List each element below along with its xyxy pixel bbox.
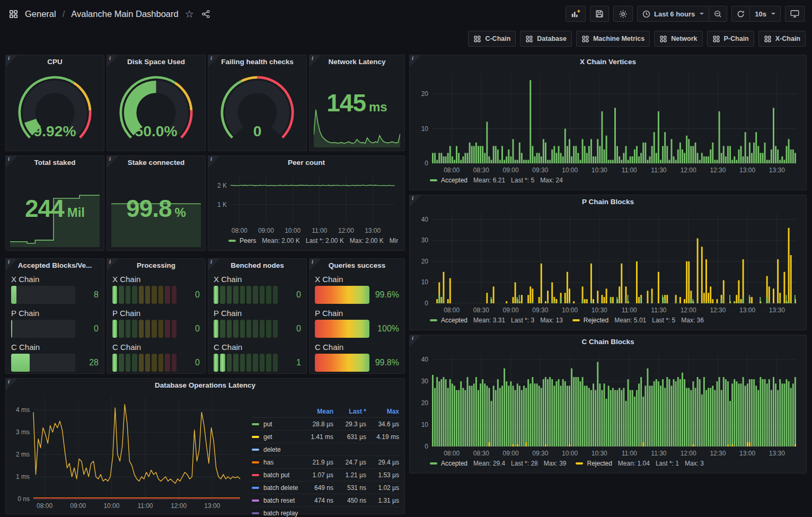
panel-title[interactable]: Total staked [6,156,104,170]
series-last: 24.7 µs [333,459,366,466]
panel-info-icon[interactable]: i [6,55,17,67]
series-name[interactable]: batch reset [263,497,295,504]
kiosk-mode-button[interactable] [785,6,805,22]
panel-title[interactable]: Peer count [208,156,404,170]
save-dashboard-button[interactable] [590,6,609,22]
panel-info-icon[interactable]: i [107,55,119,67]
svg-text:30: 30 [421,378,429,385]
series-name[interactable]: batch put [263,471,289,479]
panel-info-icon[interactable]: i [410,335,421,347]
series-swatch [252,449,259,451]
series-name[interactable]: has [263,459,273,466]
panel-title[interactable]: Database Operations Latency [6,379,404,392]
svg-text:4 ms: 4 ms [16,406,30,414]
svg-text:08:30: 08:30 [473,450,489,457]
gauge-segment [112,286,117,304]
series-name[interactable]: Rejected [584,317,608,324]
latency-sparkline[interactable] [314,107,400,147]
apps-grid-icon[interactable] [7,8,20,20]
panel-title[interactable]: Stake connected [107,156,205,170]
breadcrumb: General / Avalanche Main Dashboard ☆ [7,8,211,20]
panel-title[interactable]: Benched nodes [208,259,306,273]
panel-title[interactable]: Failing health checks [208,55,306,69]
panel-info-icon[interactable]: i [6,379,17,390]
legend-col-mean[interactable]: Mean [301,408,333,415]
series-max: 1.02 µs [366,484,399,492]
panel-info-icon[interactable]: i [208,55,220,67]
panel-title[interactable]: P Chain Blocks [410,195,806,209]
x-chain-vertices-chart[interactable]: 0102008:0008:3009:0009:3010:0010:3011:00… [414,69,802,175]
series-name[interactable]: delete [263,446,281,453]
svg-text:09:30: 09:30 [532,306,548,314]
gauge-segment [145,320,150,338]
gauge-segment [126,354,130,372]
panel-info-icon[interactable]: i [410,195,421,207]
panel-info-icon[interactable]: i [208,259,220,270]
svg-text:20: 20 [421,399,429,407]
svg-text:09:00: 09:00 [70,502,86,510]
series-name[interactable]: Accepted [441,177,467,184]
panel-title[interactable]: Processing [107,259,205,273]
series-stat: Max: 13 [540,317,563,324]
gauge-segment [126,286,130,304]
p-chain-blocks-chart[interactable]: 01020304008:0008:3009:0009:3010:0010:301… [414,209,802,315]
series-name[interactable]: Peers [240,237,256,244]
panel-info-icon[interactable]: i [310,259,321,270]
panel-info-icon[interactable]: i [107,156,119,168]
row-value: 28 [81,358,99,367]
panel-info-icon[interactable]: i [6,259,17,270]
panel-title[interactable]: Accepted Blocks/Ve... [6,259,104,273]
star-icon[interactable]: ☆ [184,8,195,20]
peer-count-chart[interactable]: 1 K2 K08:0009:0010:0011:0012:0013:00 [213,170,400,235]
breadcrumb-section[interactable]: General [25,9,56,19]
svg-text:08:00: 08:00 [444,167,460,174]
panel-title[interactable]: C Chain Blocks [410,335,806,349]
series-name[interactable]: Accepted [441,317,467,324]
dashboard-link-c-chain[interactable]: C-Chain [468,31,516,47]
legend-row: batch put1.07 µs1.21 µs1.53 µs [252,469,399,481]
disk-gauge-chart[interactable]: 50.0% [111,69,201,147]
legend-col-max[interactable]: Max [366,408,399,415]
series-name[interactable]: Rejected [587,460,612,467]
panel-title[interactable]: CPU [6,55,104,69]
panel-info-icon[interactable]: i [410,55,421,67]
db-latency-chart[interactable]: 0 ns1 ms2 ms3 ms4 ms08:0009:0010:0011:00… [10,392,245,511]
panel-info-icon[interactable]: i [6,156,17,168]
dashboard-link-database[interactable]: Database [520,31,572,47]
panel-title[interactable]: X Chain Vertices [410,55,806,69]
panel-info-icon[interactable]: i [208,156,220,168]
row-label: X Chain [315,275,399,284]
panel-title[interactable]: Queries success [310,259,404,273]
gauge-segment [165,354,170,372]
legend-row: has21.9 µs24.7 µs29.4 µs [252,456,399,469]
series-name[interactable]: Accepted [441,460,467,467]
dashboard-settings-button[interactable] [613,6,633,22]
dashboard-link-x-chain[interactable]: X-Chain [758,31,806,47]
refresh-button[interactable] [731,6,750,22]
c-chain-blocks-chart[interactable]: 01020304008:0008:3009:0009:3010:0010:301… [414,349,802,458]
panel-title[interactable]: Network Latency [310,55,404,69]
dashboard-link-network[interactable]: Network [654,31,702,47]
series-name[interactable]: get [263,433,272,441]
refresh-interval-dropdown[interactable]: 10s [749,6,781,22]
panel-info-icon[interactable]: i [310,55,321,67]
dashboard-link-machine-metrics[interactable]: Machine Metrics [576,31,650,47]
series-name[interactable]: batch delete [263,484,298,492]
time-range-picker[interactable]: Last 6 hours [637,6,709,22]
series-name[interactable]: batch replay [263,510,298,517]
panel-title[interactable]: Disk Space Used [107,55,205,69]
add-panel-button[interactable] [566,6,586,22]
cpu-gauge-chart[interactable]: 9.92% [10,69,100,147]
panel-peer-count: i Peer count 1 K2 K08:0009:0010:0011:001… [208,155,405,251]
gauge-segment [260,354,264,372]
series-name[interactable]: put [263,420,272,428]
svg-text:10:30: 10:30 [592,306,607,314]
share-icon[interactable] [200,8,211,20]
svg-text:09:00: 09:00 [258,227,274,234]
health-gauge-chart[interactable]: 0 [213,69,302,147]
zoom-out-time-button[interactable] [709,6,727,22]
svg-text:12:00: 12:00 [171,502,187,510]
legend-col-last[interactable]: Last * [333,408,366,415]
panel-info-icon[interactable]: i [107,259,119,270]
dashboard-link-p-chain[interactable]: P-Chain [707,31,754,47]
